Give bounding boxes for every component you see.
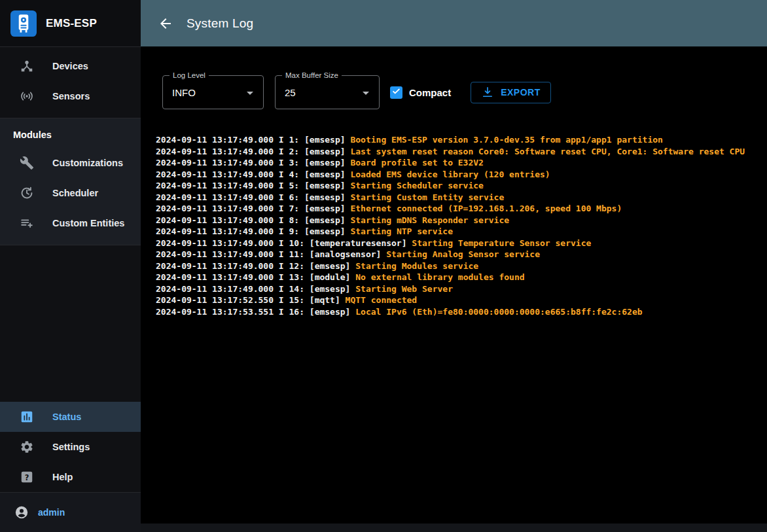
sidebar-item-help[interactable]: ?Help bbox=[0, 462, 141, 492]
log-level: I bbox=[279, 215, 284, 225]
log-timestamp: 2024-09-11 13:17:49.000 bbox=[156, 181, 274, 190]
sidebar-item-custom-entities[interactable]: Custom Entities bbox=[0, 208, 141, 238]
log-tag: [emsesp] bbox=[304, 192, 346, 202]
log-id: 1: bbox=[289, 135, 300, 145]
sidebar-item-label: Sensors bbox=[52, 91, 90, 101]
log-timestamp: 2024-09-11 13:17:49.000 bbox=[156, 158, 274, 168]
log-message: Local IPv6 (Eth)=fe80:0000:0000:0000:e66… bbox=[355, 307, 642, 317]
log-id: 16: bbox=[289, 307, 304, 317]
log-tag: [emsesp] bbox=[304, 215, 346, 225]
log-level: I bbox=[279, 226, 284, 236]
sidebar-nav-top: DevicesSensors bbox=[0, 47, 141, 111]
log-timestamp: 2024-09-11 13:17:49.000 bbox=[156, 169, 274, 179]
back-button[interactable] bbox=[158, 16, 173, 31]
user-menu[interactable]: admin bbox=[0, 493, 141, 532]
log-timestamp: 2024-09-11 13:17:49.000 bbox=[156, 204, 274, 213]
log-tag: [emsesp] bbox=[304, 158, 346, 168]
log-level: I bbox=[279, 158, 284, 168]
log-timestamp: 2024-09-11 13:17:49.000 bbox=[156, 249, 274, 259]
update-icon bbox=[20, 186, 34, 200]
sidebar-item-scheduler[interactable]: Scheduler bbox=[0, 178, 141, 208]
log-controls: Log Level INFO Max Buffer Size 25 Compac… bbox=[162, 75, 767, 109]
log-tag: [temperaturesensor] bbox=[310, 238, 407, 248]
max-buffer-size-label: Max Buffer Size bbox=[282, 71, 342, 79]
user-name: admin bbox=[38, 507, 65, 518]
sidebar-nav-bottom: StatusSettings?Help bbox=[0, 402, 141, 492]
log-timestamp: 2024-09-11 13:17:49.000 bbox=[156, 226, 274, 236]
compact-checkbox[interactable] bbox=[390, 86, 402, 99]
log-id: 4: bbox=[289, 169, 300, 179]
app-title: EMS-ESP bbox=[46, 17, 97, 30]
sidebar-item-status[interactable]: Status bbox=[0, 402, 141, 432]
log-message: Starting Custom Entity service bbox=[350, 192, 504, 202]
assessment-icon bbox=[20, 410, 34, 424]
sidebar-item-devices[interactable]: Devices bbox=[0, 51, 141, 81]
log-timestamp: 2024-09-11 13:17:49.000 bbox=[156, 261, 274, 271]
sidebar-item-settings[interactable]: Settings bbox=[0, 432, 141, 462]
log-timestamp: 2024-09-11 13:17:53.551 bbox=[156, 307, 274, 317]
log-level: I bbox=[279, 192, 284, 202]
download-icon bbox=[481, 86, 494, 99]
log-timestamp: 2024-09-11 13:17:49.000 bbox=[156, 135, 274, 145]
app-logo-row: EMS-ESP bbox=[0, 0, 141, 47]
sidebar-item-label: Status bbox=[52, 412, 81, 422]
appbar: System Log bbox=[141, 0, 767, 46]
log-message: No external library modules found bbox=[355, 272, 524, 282]
log-line: 2024-09-11 13:17:49.000 I 11: [analogsen… bbox=[156, 249, 767, 260]
log-line: 2024-09-11 13:17:49.000 I 2: [emsesp] La… bbox=[156, 146, 767, 158]
log-id: 9: bbox=[289, 226, 300, 236]
log-message: MQTT connected bbox=[346, 295, 418, 305]
modules-section-header: Modules bbox=[0, 118, 141, 148]
compact-checkbox-group[interactable]: Compact bbox=[390, 86, 451, 99]
account-circle-icon bbox=[14, 505, 29, 520]
sidebar-item-label: Settings bbox=[52, 442, 90, 452]
log-id: 15: bbox=[289, 295, 304, 305]
sidebar-item-customizations[interactable]: Customizations bbox=[0, 148, 141, 178]
log-message: Starting Analog Sensor service bbox=[386, 249, 540, 259]
sidebar-item-sensors[interactable]: Sensors bbox=[0, 81, 141, 111]
log-line: 2024-09-11 13:17:49.000 I 1: [emsesp] Bo… bbox=[156, 134, 767, 146]
log-level: I bbox=[279, 307, 284, 317]
log-level: I bbox=[279, 204, 284, 213]
log-line: 2024-09-11 13:17:49.000 I 10: [temperatu… bbox=[156, 238, 767, 249]
log-tag: [emsesp] bbox=[304, 169, 346, 179]
sidebar-item-label: Customizations bbox=[52, 158, 123, 168]
log-level: I bbox=[279, 249, 284, 259]
export-button[interactable]: EXPORT bbox=[471, 82, 551, 103]
log-id: 3: bbox=[289, 158, 300, 168]
log-level: I bbox=[279, 181, 284, 190]
log-timestamp: 2024-09-11 13:17:49.000 bbox=[156, 215, 274, 225]
sidebar: EMS-ESP DevicesSensors Modules Customiza… bbox=[0, 0, 141, 532]
log-timestamp: 2024-09-11 13:17:49.000 bbox=[156, 192, 274, 202]
log-timestamp: 2024-09-11 13:17:52.550 bbox=[156, 295, 274, 305]
settings-icon bbox=[20, 440, 34, 454]
log-id: 2: bbox=[289, 147, 300, 156]
sidebar-item-label: Help bbox=[52, 472, 73, 482]
log-timestamp: 2024-09-11 13:17:49.000 bbox=[156, 272, 274, 282]
log-level-select[interactable]: Log Level INFO bbox=[162, 75, 264, 109]
build-icon bbox=[20, 156, 34, 170]
log-level: I bbox=[279, 284, 284, 294]
log-line: 2024-09-11 13:17:49.000 I 4: [emsesp] Lo… bbox=[156, 169, 767, 181]
log-level: I bbox=[279, 295, 284, 305]
content: Log Level INFO Max Buffer Size 25 Compac… bbox=[141, 46, 767, 523]
log-timestamp: 2024-09-11 13:17:49.000 bbox=[156, 238, 274, 248]
log-tag: [emsesp] bbox=[304, 147, 346, 156]
log-message: Loaded EMS device library (120 entries) bbox=[350, 169, 550, 179]
app-logo-icon bbox=[10, 10, 37, 37]
max-buffer-size-select[interactable]: Max Buffer Size 25 bbox=[275, 75, 380, 109]
log-level: I bbox=[279, 261, 284, 271]
log-id: 7: bbox=[289, 204, 300, 213]
svg-text:?: ? bbox=[25, 473, 29, 482]
log-level: I bbox=[279, 272, 284, 282]
log-level: I bbox=[279, 238, 284, 248]
log-id: 14: bbox=[289, 284, 304, 294]
device-hub-icon bbox=[20, 59, 34, 73]
log-tag: [emsesp] bbox=[310, 307, 351, 317]
log-tag: [emsesp] bbox=[304, 204, 346, 213]
log-line: 2024-09-11 13:17:49.000 I 3: [emsesp] Bo… bbox=[156, 157, 767, 169]
log-id: 10: bbox=[289, 238, 304, 248]
log-message: Ethernet connected (IP=192.168.1.206, sp… bbox=[350, 204, 622, 213]
log-message: Starting Web Server bbox=[355, 284, 453, 294]
log-line: 2024-09-11 13:17:52.550 I 15: [mqtt] MQT… bbox=[156, 294, 767, 306]
